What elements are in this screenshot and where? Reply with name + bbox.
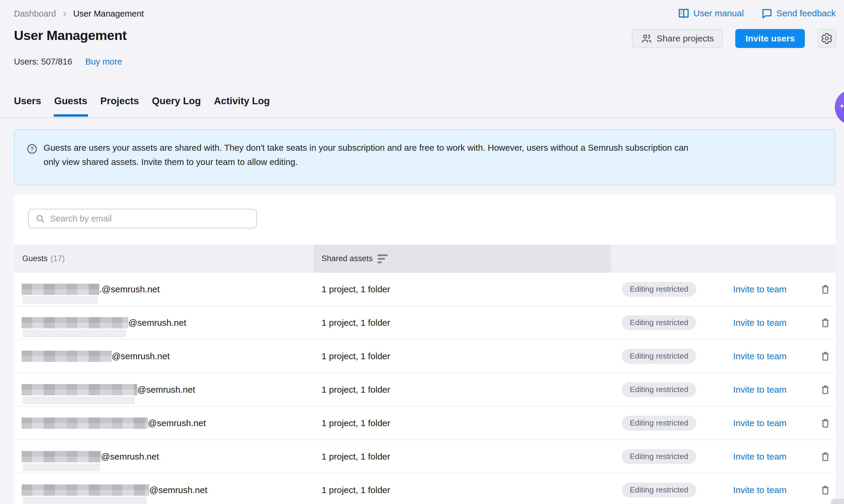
shared-assets-cell: 1 project, 1 folder <box>314 284 611 294</box>
trash-icon[interactable] <box>820 484 831 496</box>
buy-more-link[interactable]: Buy more <box>85 57 122 67</box>
guest-email-cell: .@semrush.net <box>14 284 314 295</box>
svg-text:?: ? <box>30 146 34 152</box>
user-manual-label: User manual <box>693 8 744 18</box>
send-feedback-label: Send feedback <box>776 8 836 18</box>
email-suffix: @semrush.net <box>101 452 159 462</box>
share-projects-label: Share projects <box>657 34 714 43</box>
invite-to-team-link[interactable]: Invite to team <box>733 485 787 495</box>
redacted-email <box>22 317 128 328</box>
people-icon <box>641 33 653 44</box>
email-suffix: @semrush.net <box>148 418 206 428</box>
search-input[interactable] <box>50 214 240 224</box>
gear-icon <box>821 33 833 44</box>
breadcrumb-dashboard-link[interactable]: Dashboard <box>14 9 56 19</box>
tab-users[interactable]: Users <box>14 95 41 117</box>
row-actions: Editing restricted Invite to team <box>611 306 836 339</box>
table-row: @semrush.net 1 project, 1 folder Editing… <box>14 373 836 407</box>
breadcrumb-current: User Management <box>73 9 144 19</box>
ai-assistant-fab[interactable] <box>835 89 844 125</box>
status-badge: Editing restricted <box>622 316 696 330</box>
table-row: @semrush.net 1 project, 1 folder Editing… <box>14 306 836 340</box>
invite-to-team-link[interactable]: Invite to team <box>733 385 787 395</box>
share-projects-button[interactable]: Share projects <box>632 29 723 48</box>
tab-guests[interactable]: Guests <box>54 95 87 117</box>
email-suffix: @semrush.net <box>112 351 170 361</box>
status-badge: Editing restricted <box>622 349 696 364</box>
redacted-email <box>22 451 101 462</box>
invite-to-team-link[interactable]: Invite to team <box>733 351 787 361</box>
tabs: UsersGuestsProjectsQuery LogActivity Log <box>14 95 270 117</box>
row-actions: Editing restricted Invite to team <box>611 407 836 439</box>
corner-widget-peek <box>831 499 844 504</box>
email-suffix: @semrush.net <box>150 485 208 495</box>
trash-icon[interactable] <box>820 350 831 362</box>
invite-to-team-link[interactable]: Invite to team <box>733 418 787 428</box>
trash-icon[interactable] <box>820 417 831 429</box>
trash-icon[interactable] <box>820 317 831 328</box>
users-quota-label: Users: 507/816 <box>14 57 72 67</box>
sort-descending-icon <box>377 254 388 263</box>
settings-button[interactable] <box>817 29 836 48</box>
status-badge: Editing restricted <box>622 449 696 464</box>
status-badge: Editing restricted <box>622 483 696 498</box>
shared-assets-cell: 1 project, 1 folder <box>314 351 611 361</box>
table-row: @semrush.net 1 project, 1 folder Editing… <box>14 440 836 473</box>
row-actions: Editing restricted Invite to team <box>611 373 836 406</box>
guest-email-cell: @semrush.net <box>14 350 314 362</box>
status-badge: Editing restricted <box>622 382 696 397</box>
shared-assets-cell: 1 project, 1 folder <box>314 485 611 495</box>
guest-email-cell: @semrush.net <box>14 484 314 496</box>
send-feedback-link[interactable]: Send feedback <box>761 7 836 19</box>
content-card: Guests (17) Shared assets .@semrush.net … <box>14 194 836 504</box>
page-title: User Management <box>14 28 126 43</box>
users-quota: Users: 507/816 Buy more <box>14 57 122 67</box>
header-actions: Share projects Invite users <box>632 29 836 48</box>
status-badge: Editing restricted <box>622 282 696 297</box>
guests-table-body: .@semrush.net 1 project, 1 folder Editin… <box>14 273 836 504</box>
redacted-email <box>22 350 112 362</box>
status-badge: Editing restricted <box>622 416 696 431</box>
magnifier-icon <box>35 214 45 224</box>
book-icon <box>678 7 690 20</box>
guest-email-cell: @semrush.net <box>14 317 314 328</box>
breadcrumb: Dashboard User Management <box>14 9 144 19</box>
trash-icon[interactable] <box>820 451 831 462</box>
guests-count: (17) <box>51 254 65 263</box>
shared-assets-cell: 1 project, 1 folder <box>314 418 611 428</box>
email-suffix: @semrush.net <box>137 385 195 395</box>
guests-column-label: Guests <box>22 254 48 263</box>
tab-query-log[interactable]: Query Log <box>152 95 201 117</box>
table-row: @semrush.net 1 project, 1 folder Editing… <box>14 407 836 440</box>
email-suffix: @semrush.net <box>128 318 187 328</box>
tab-projects[interactable]: Projects <box>101 95 139 117</box>
info-banner: ? Guests are users your assets are share… <box>14 129 836 185</box>
tabs-divider <box>0 118 844 118</box>
guest-email-cell: @semrush.net <box>14 451 314 462</box>
chevron-right-icon <box>61 10 68 18</box>
shared-assets-cell: 1 project, 1 folder <box>314 452 611 462</box>
invite-to-team-link[interactable]: Invite to team <box>733 284 787 294</box>
invite-to-team-link[interactable]: Invite to team <box>733 452 787 462</box>
sparkle-icon <box>840 104 844 108</box>
trash-icon[interactable] <box>820 384 831 395</box>
info-banner-text: Guests are users your assets are shared … <box>43 141 692 169</box>
guest-email-cell: @semrush.net <box>14 417 314 429</box>
trash-icon[interactable] <box>820 284 831 295</box>
user-management-page: { "breadcrumb": { "dashboard": "Dashboar… <box>0 0 844 504</box>
redacted-email <box>22 484 150 496</box>
table-header: Guests (17) Shared assets <box>14 245 836 273</box>
user-manual-link[interactable]: User manual <box>678 7 744 20</box>
table-row: @semrush.net 1 project, 1 folder Editing… <box>14 340 836 373</box>
tab-activity-log[interactable]: Activity Log <box>214 95 270 117</box>
shared-assets-column-header[interactable]: Shared assets <box>321 245 388 273</box>
shared-assets-cell: 1 project, 1 folder <box>314 318 611 328</box>
redacted-email <box>22 284 99 295</box>
redacted-email <box>22 384 137 395</box>
chat-bubble-icon <box>761 7 773 19</box>
invite-to-team-link[interactable]: Invite to team <box>733 318 787 328</box>
shared-assets-column-label: Shared assets <box>321 254 373 263</box>
redacted-email <box>22 417 148 429</box>
invite-users-button[interactable]: Invite users <box>735 29 805 48</box>
invite-users-label: Invite users <box>745 34 795 43</box>
